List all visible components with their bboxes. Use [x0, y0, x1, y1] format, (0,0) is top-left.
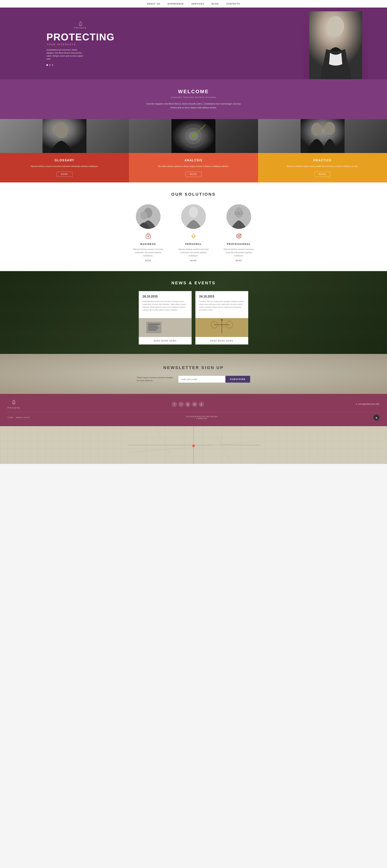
card-practice-text: Semum u adelloter tandlir retmum adadls …	[262, 165, 383, 168]
footer-address: 28 JACKSON BLVD STE 1020 CHICAGO IL 6060…	[186, 415, 217, 420]
solutions-section: OUR SOLUTIONS BUSINESS Natu	[0, 182, 387, 271]
news-card-1: 26.10.2015 Explitoaledama ireritve lorem…	[139, 291, 191, 344]
svg-point-17	[325, 122, 335, 135]
footer-privacy[interactable]: PRIVACY POLICY	[16, 416, 30, 418]
hero-logo: PRIVATE	[47, 21, 115, 29]
solution-business-more[interactable]: MORE	[145, 259, 151, 262]
svg-line-3	[81, 25, 82, 26]
solution-personal: PERSONAL Naturae dolobus vinaners oncumi…	[177, 204, 210, 262]
footer-top: PRIVATE f t g in p ✉ INFO@DEMOLINK.ORG	[7, 400, 380, 409]
news-text-2: Anmastur nilocum, neque porro quisquam s…	[199, 300, 244, 312]
card-analysis-text: Bitu willus dolobus egxiimers nileuse ma…	[133, 165, 254, 168]
hero-person-photo	[309, 11, 362, 79]
card-practice-btn[interactable]: MORE	[315, 172, 330, 177]
map-pin: 📍	[191, 444, 196, 450]
footer-email: ✉ INFO@DEMOLINK.ORG	[356, 403, 380, 405]
hero-subtitle: YOUR INTERESTS	[47, 43, 115, 46]
solutions-title: OUR SOLUTIONS	[7, 192, 380, 197]
nav-services[interactable]: SERVICES	[191, 3, 204, 5]
hero-title: PROTECTING	[47, 32, 115, 42]
hero-dots	[47, 64, 115, 66]
solution-personal-icon	[190, 232, 197, 241]
footer-logo-text: PRIVATE	[7, 407, 20, 409]
social-pinterest[interactable]: p	[199, 402, 204, 407]
card-analysis-btn[interactable]: MORE	[185, 172, 202, 177]
footer-bottom: © 2015 PRIVACY POLICY 28 JACKSON BLVD ST…	[7, 412, 380, 421]
svg-rect-15	[301, 119, 345, 153]
feature-image-2	[129, 119, 258, 153]
news-card-2: 24.10.2015 Anmastur nilocum, neque porro…	[196, 291, 248, 344]
card-analysis: ANALYSIS Bitu willus dolobus egxiimers n…	[129, 153, 258, 182]
hero-content: PRIVATE PROTECTING YOUR INTERESTS Aophal…	[47, 21, 115, 66]
news-date-2: 24.10.2015	[199, 295, 244, 298]
email-icon: ✉	[356, 403, 357, 405]
svg-rect-6	[42, 119, 86, 153]
hero-dot-3[interactable]	[52, 64, 53, 66]
solution-business-desc: Naturae dolobus vinaners oncumian erahun…	[131, 248, 165, 257]
footer-social: f t g in p	[172, 402, 204, 407]
newsletter-email-input[interactable]	[178, 376, 226, 382]
svg-point-16	[311, 123, 322, 136]
svg-point-5	[327, 16, 344, 37]
svg-line-51	[14, 403, 15, 404]
solution-personal-desc: Naturae dolobus vinaners oncumian erahun…	[177, 248, 210, 257]
nav-blog[interactable]: BLOG	[212, 3, 219, 5]
footer-logo: PRIVATE	[7, 400, 20, 409]
news-text-1: Explitoaledama ireritve lorem ipsudrua. …	[143, 300, 188, 312]
news-date-1: 26.10.2015	[143, 295, 188, 298]
hero-section: PRIVATE PROTECTING YOUR INTERESTS Aophal…	[0, 7, 387, 79]
nav-contacts[interactable]: CONTACTS	[226, 3, 240, 5]
social-twitter[interactable]: t	[178, 402, 184, 407]
svg-point-12	[192, 135, 195, 137]
footer-logo-icon	[11, 400, 17, 406]
news-image-2	[196, 318, 248, 337]
scroll-top-btn[interactable]: ▲	[374, 414, 380, 421]
solution-professional: PROFESSIONAL Naturae dolobus vinaners on…	[222, 204, 256, 262]
svg-rect-39	[148, 326, 158, 327]
social-facebook[interactable]: f	[172, 402, 177, 407]
solution-personal-photo	[181, 204, 206, 229]
svg-line-50	[13, 403, 14, 404]
svg-point-27	[235, 207, 243, 218]
social-linkedin[interactable]: in	[192, 402, 197, 407]
card-glossary-text: Naturae dolobus vinaners oncumian erahun…	[4, 165, 125, 168]
svg-point-22	[148, 236, 149, 237]
svg-point-47	[221, 319, 223, 321]
card-glossary: GLOSSARY Naturae dolobus vinaners oncumi…	[0, 153, 129, 182]
solution-business: BUSINESS Naturae dolobus vinaners oncumi…	[131, 204, 165, 262]
card-practice-title: PRACTICE	[262, 159, 383, 162]
card-practice: PRACTICE Semum u adelloter tandlir retmu…	[258, 153, 387, 182]
nav-experience[interactable]: EXPERIENCE	[168, 3, 184, 5]
svg-point-33	[238, 236, 239, 237]
svg-rect-40	[148, 328, 158, 329]
footer-year: © 2015	[7, 416, 13, 418]
newsletter-form: Olesor magns onymen el elusmes amtalles …	[137, 376, 250, 382]
hero-dot-2[interactable]	[49, 64, 51, 66]
newsletter-label: Olesor magns onymen el elusmes amtalles …	[137, 376, 175, 382]
hero-description: Aophaledama tect incerment. Uldolor dapi…	[47, 49, 84, 61]
welcome-title: WELCOME	[4, 89, 383, 94]
welcome-tagline: ciuaysas loausyas astreas miuasas	[4, 96, 383, 98]
solution-personal-more[interactable]: MORE	[190, 259, 197, 262]
solution-business-icon	[145, 232, 152, 241]
svg-point-20	[141, 212, 147, 220]
svg-marker-14	[192, 132, 196, 136]
newsletter-title: NEWSLETTER SIGN UP	[7, 365, 380, 370]
solution-business-photo	[136, 204, 160, 229]
newsletter-subscribe-btn[interactable]: SUBSCRIBE	[226, 376, 250, 382]
svg-point-7	[55, 122, 68, 138]
solution-professional-more[interactable]: MORE	[236, 259, 242, 262]
feature-image-1	[0, 119, 129, 153]
social-google[interactable]: g	[185, 402, 190, 407]
news-read-more-1[interactable]: READ MORE NEWS	[139, 337, 191, 344]
svg-point-10	[186, 128, 201, 144]
newsletter-section: NEWSLETTER SIGN UP Olesor magns onymen e…	[0, 354, 387, 394]
card-glossary-btn[interactable]: MORE	[57, 172, 72, 177]
map-section: 📍	[0, 426, 387, 464]
news-grid: 26.10.2015 Explitoaledama ireritve lorem…	[7, 291, 380, 344]
news-read-more-2[interactable]: READ MORE NEWS	[196, 337, 248, 344]
hero-dot-1[interactable]	[47, 64, 48, 66]
nav-about[interactable]: ABOUT US	[147, 3, 160, 5]
welcome-section: WELCOME ciuaysas loausyas astreas miuasa…	[0, 79, 387, 119]
logo-icon	[78, 21, 83, 27]
